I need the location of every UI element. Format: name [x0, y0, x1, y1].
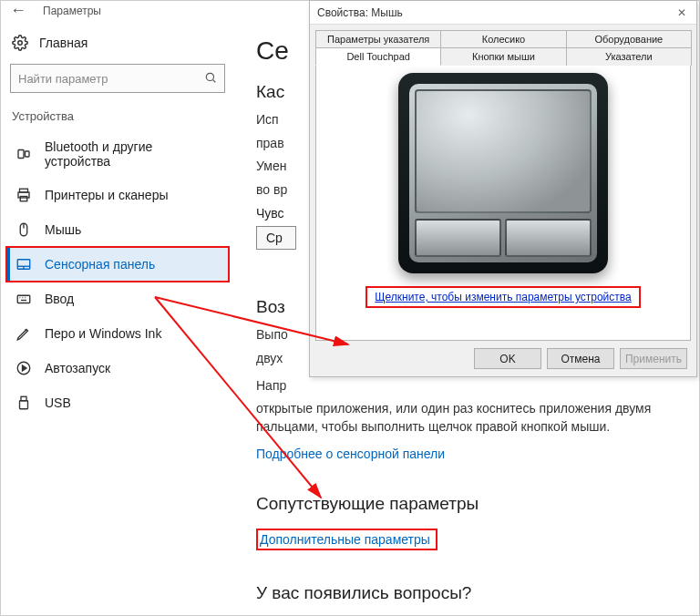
- sidebar-item-touchpad[interactable]: Сенсорная панель: [6, 247, 229, 282]
- bluetooth-icon: [15, 146, 32, 162]
- nav-label: Перо и Windows Ink: [45, 326, 161, 341]
- sidebar-item-pen[interactable]: Перо и Windows Ink: [6, 316, 229, 351]
- tab-hardware[interactable]: Оборудование: [566, 30, 692, 47]
- autoplay-icon: [15, 360, 32, 376]
- dialog-titlebar: Свойства: Мышь ✕: [310, 1, 696, 25]
- nav-label: Автозапуск: [45, 361, 110, 375]
- touchpad-image: [398, 73, 608, 273]
- touchpad-icon: [15, 256, 32, 272]
- tab-wheel[interactable]: Колесико: [440, 30, 566, 47]
- apply-button[interactable]: Применить: [620, 348, 687, 369]
- text: Напр: [256, 377, 681, 395]
- nav-label: Сенсорная панель: [45, 257, 155, 272]
- svg-marker-19: [23, 365, 27, 371]
- nav-label: Принтеры и сканеры: [45, 188, 168, 202]
- svg-rect-3: [18, 150, 24, 159]
- tab-pointers[interactable]: Указатели: [566, 47, 692, 66]
- tab-dell-touchpad[interactable]: Dell Touchpad: [315, 47, 441, 66]
- svg-rect-21: [20, 401, 28, 409]
- home-row[interactable]: Главная: [6, 29, 229, 56]
- nav-label: Bluetooth и другие устройства: [45, 139, 220, 169]
- nav-label: USB: [45, 395, 71, 410]
- more-link[interactable]: Подробнее о сенсорной панели: [256, 447, 445, 461]
- sidebar-item-typing[interactable]: Ввод: [6, 282, 229, 316]
- home-label: Главная: [39, 36, 88, 50]
- svg-point-1: [206, 73, 213, 80]
- search-icon: [204, 71, 217, 87]
- section-title: Сопутствующие параметры: [256, 494, 681, 514]
- nav-label: Ввод: [45, 292, 74, 306]
- cancel-button[interactable]: Отмена: [547, 348, 614, 369]
- tab-pointer-options[interactable]: Параметры указателя: [315, 30, 441, 47]
- group-label: Устройства: [6, 106, 229, 130]
- usb-icon: [15, 395, 32, 411]
- dialog-title: Свойства: Мышь: [317, 6, 403, 19]
- dialog-buttons: OK Отмена Применить: [310, 341, 696, 376]
- sidebar-item-mouse[interactable]: Мышь: [6, 212, 229, 247]
- pen-icon: [15, 325, 32, 342]
- keyboard-icon: [15, 291, 32, 307]
- tab-body: Щелкните, чтобы изменить параметры устро…: [315, 66, 691, 341]
- tab-buttons[interactable]: Кнопки мыши: [440, 47, 566, 66]
- printer-icon: [15, 187, 32, 203]
- close-icon[interactable]: ✕: [674, 6, 689, 19]
- sidebar: Главная Найти параметр Устройства Blueto…: [1, 20, 238, 616]
- nav-label: Мышь: [45, 222, 81, 237]
- sidebar-item-usb[interactable]: USB: [6, 385, 229, 420]
- window-title: Параметры: [43, 5, 101, 17]
- svg-rect-7: [20, 197, 27, 201]
- text: открытые приложения, или один раз коснит…: [256, 400, 681, 436]
- mouse-properties-dialog: Свойства: Мышь ✕ Параметры указателя Кол…: [309, 0, 697, 377]
- svg-rect-4: [26, 151, 30, 157]
- search-input[interactable]: Найти параметр: [10, 64, 225, 93]
- change-settings-link[interactable]: Щелкните, чтобы изменить параметры устро…: [365, 286, 640, 308]
- ok-button[interactable]: OK: [474, 348, 541, 369]
- tabs: Параметры указателя Колесико Оборудовани…: [310, 25, 696, 66]
- mouse-icon: [15, 221, 32, 238]
- sidebar-item-bluetooth[interactable]: Bluetooth и другие устройства: [6, 130, 229, 178]
- svg-line-2: [213, 79, 216, 82]
- gear-icon: [12, 35, 28, 51]
- svg-rect-13: [17, 295, 30, 303]
- advanced-settings-link[interactable]: Дополнительные параметры: [256, 529, 438, 550]
- sidebar-item-printers[interactable]: Принтеры и сканеры: [6, 178, 229, 212]
- sensitivity-dropdown[interactable]: Ср: [256, 226, 296, 250]
- svg-point-0: [18, 41, 23, 46]
- search-placeholder: Найти параметр: [18, 72, 204, 86]
- sidebar-item-autoplay[interactable]: Автозапуск: [6, 351, 229, 385]
- section-title: У вас появились вопросы?: [256, 583, 681, 603]
- back-icon[interactable]: ←: [10, 1, 26, 20]
